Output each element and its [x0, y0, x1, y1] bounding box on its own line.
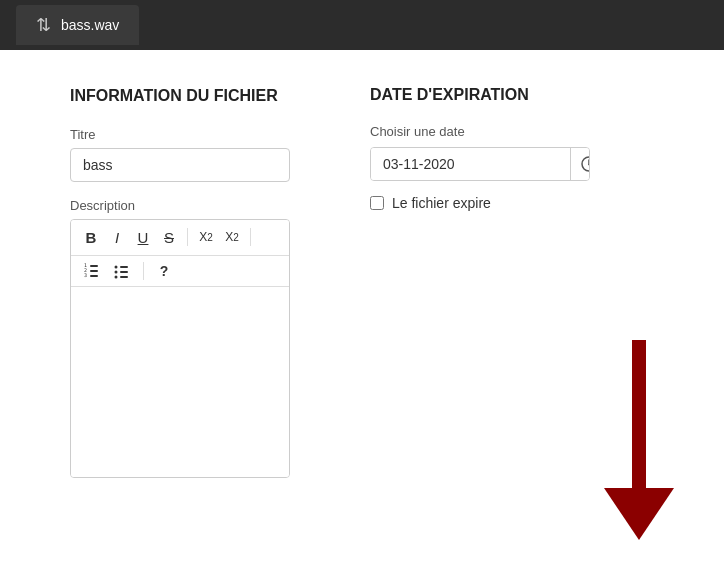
svg-point-6: [115, 265, 118, 268]
file-info-title: INFORMATION DU FICHIER: [70, 86, 290, 107]
bold-button[interactable]: B: [79, 226, 103, 249]
svg-rect-0: [90, 265, 98, 267]
toolbar-separator-3: [143, 262, 144, 280]
expire-label[interactable]: Le fichier expire: [392, 195, 491, 211]
help-button[interactable]: ?: [152, 260, 176, 282]
description-label: Description: [70, 198, 290, 213]
svg-rect-1: [90, 270, 98, 272]
svg-point-10: [115, 275, 118, 278]
svg-rect-9: [120, 271, 128, 273]
title-input[interactable]: [70, 148, 290, 182]
italic-button[interactable]: I: [105, 226, 129, 249]
date-input[interactable]: [371, 148, 570, 180]
svg-marker-16: [604, 488, 674, 540]
toolbar-separator-2: [250, 228, 251, 246]
description-editor: B I U S X2 X2 123 ?: [70, 219, 290, 478]
tab-bass-wav[interactable]: ⇅ bass.wav: [16, 5, 139, 45]
editor-toolbar-row2: 123 ?: [71, 256, 289, 287]
svg-rect-7: [120, 266, 128, 268]
editor-toolbar-row1: B I U S X2 X2: [71, 220, 289, 256]
down-arrow-icon: [604, 340, 674, 540]
underline-button[interactable]: U: [131, 226, 155, 249]
description-textarea[interactable]: [71, 287, 289, 477]
superscript-button[interactable]: X2: [220, 227, 244, 247]
left-panel: INFORMATION DU FICHIER Titre Description…: [70, 86, 290, 538]
svg-text:3: 3: [84, 272, 87, 278]
choose-date-label: Choisir une date: [370, 124, 684, 139]
tab-bar: ⇅ bass.wav: [0, 0, 724, 50]
svg-rect-2: [90, 275, 98, 277]
audio-file-icon: ⇅: [36, 14, 51, 36]
arrow-container: [604, 340, 674, 544]
tab-label: bass.wav: [61, 17, 119, 33]
date-picker-button[interactable]: [570, 148, 590, 180]
main-content: INFORMATION DU FICHIER Titre Description…: [0, 50, 724, 574]
title-label: Titre: [70, 127, 290, 142]
clock-icon: [581, 156, 590, 172]
svg-rect-11: [120, 276, 128, 278]
expire-checkbox[interactable]: [370, 196, 384, 210]
subscript-button[interactable]: X2: [194, 227, 218, 247]
svg-point-8: [115, 270, 118, 273]
expire-row: Le fichier expire: [370, 195, 684, 211]
toolbar-separator-1: [187, 228, 188, 246]
svg-line-14: [589, 165, 590, 167]
strikethrough-button[interactable]: S: [157, 226, 181, 249]
unordered-list-button[interactable]: [109, 260, 135, 282]
ordered-list-button[interactable]: 123: [79, 260, 105, 282]
date-input-wrapper: [370, 147, 590, 181]
date-expiration-title: DATE D'EXPIRATION: [370, 86, 684, 104]
